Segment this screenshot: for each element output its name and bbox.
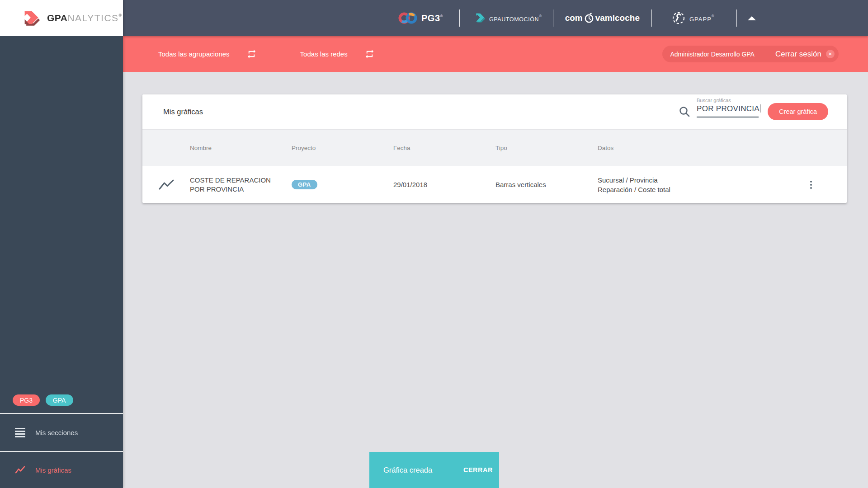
table-row[interactable]: COSTE DE REPARACION POR PROVINCIA GPA 29… bbox=[142, 166, 847, 203]
pg3-badge[interactable]: PG3 bbox=[13, 394, 40, 406]
snackbar-close-button[interactable]: CERRAR bbox=[463, 466, 493, 474]
filter-bar: Todas las agrupaciones Todas las redes A… bbox=[123, 36, 868, 72]
column-header-tipo: Tipo bbox=[495, 145, 598, 151]
snackbar: Gráfica creada CERRAR bbox=[369, 452, 499, 488]
snackbar-message: Gráfica creada bbox=[383, 466, 432, 474]
sidebar-badges: PG3 GPA bbox=[0, 394, 123, 413]
column-header-fecha: Fecha bbox=[393, 145, 495, 151]
brand-gpaapp-label: GPAPP® bbox=[689, 14, 715, 23]
row-project-cell: GPA bbox=[292, 180, 393, 189]
brand-automocion[interactable]: GPAUTOMOCIÓN® bbox=[473, 12, 542, 24]
user-name: Administrador Desarrollo GPA bbox=[670, 51, 754, 58]
brand-gpaapp[interactable]: GPAPP® bbox=[672, 11, 715, 25]
sidebar-item-charts[interactable]: Mis gráficas bbox=[0, 452, 123, 488]
topbar-divider bbox=[736, 9, 737, 27]
networks-filter[interactable]: Todas las redes bbox=[300, 50, 348, 58]
search-input[interactable]: POR PROVINCIA bbox=[697, 104, 759, 117]
project-badge: GPA bbox=[292, 180, 317, 189]
automocion-arrow-icon bbox=[473, 12, 486, 24]
topbar-divider bbox=[651, 9, 652, 27]
sidebar-item-label: Mis secciones bbox=[35, 429, 78, 436]
sidebar-bottom: PG3 GPA Mis secciones Mis gráficas bbox=[0, 394, 123, 488]
page-title: Mis gráficas bbox=[163, 108, 203, 116]
kebab-icon[interactable] bbox=[808, 179, 814, 191]
swap-icon[interactable] bbox=[246, 49, 257, 59]
create-chart-button[interactable]: Crear gráfica bbox=[768, 103, 828, 120]
row-menu-cell bbox=[775, 179, 847, 191]
menu-icon bbox=[15, 428, 25, 437]
row-data-line1: Sucursal / Provincia bbox=[598, 175, 775, 185]
brand-coche-pre: com bbox=[565, 13, 583, 23]
content-area: Mis gráficas Buscar gráficas POR PROVINC… bbox=[123, 72, 868, 488]
search-label: Buscar gráficas bbox=[697, 98, 759, 103]
brand-logos: PG3® GPAUTOMOCIÓN® com bbox=[398, 0, 756, 36]
column-header-datos: Datos bbox=[598, 145, 775, 151]
row-date: 29/01/2018 bbox=[393, 181, 495, 188]
user-session-pill: Administrador Desarrollo GPA Cerrar sesi… bbox=[662, 46, 839, 62]
logout-button[interactable]: Cerrar sesión bbox=[775, 50, 821, 59]
sidebar: GPANALYTICS® PG3 GPA Mis secciones Mis g… bbox=[0, 0, 123, 488]
topbar-divider bbox=[459, 9, 460, 27]
sidebar-item-sections[interactable]: Mis secciones bbox=[0, 414, 123, 451]
gpa-logo-icon bbox=[20, 8, 41, 28]
topbar-divider bbox=[553, 9, 553, 27]
filters: Todas las agrupaciones Todas las redes bbox=[158, 49, 375, 59]
search-box: Buscar gráficas POR PROVINCIA bbox=[697, 98, 759, 117]
pg3-infinity-icon bbox=[398, 11, 418, 25]
panel-header: Mis gráficas Buscar gráficas POR PROVINC… bbox=[142, 94, 847, 129]
main-column: PG3® GPAUTOMOCIÓN® com bbox=[123, 0, 868, 488]
sidebar-item-label: Mis gráficas bbox=[35, 466, 71, 474]
row-icon-cell bbox=[142, 179, 190, 191]
brand-pg3-label: PG3® bbox=[421, 13, 443, 23]
brand-coche-post: vamicoche bbox=[595, 13, 640, 23]
search-icon[interactable] bbox=[679, 106, 691, 120]
brand-pg3[interactable]: PG3® bbox=[398, 11, 443, 25]
column-header-proyecto: Proyecto bbox=[292, 145, 393, 151]
wrench-icon bbox=[672, 11, 685, 25]
chart-line-icon bbox=[158, 179, 175, 191]
groups-filter[interactable]: Todas las agrupaciones bbox=[158, 50, 230, 58]
chart-line-icon bbox=[15, 466, 25, 474]
text-caret bbox=[760, 104, 761, 113]
charts-panel: Mis gráficas Buscar gráficas POR PROVINC… bbox=[142, 94, 847, 203]
table-header: Nombre Proyecto Fecha Tipo Datos bbox=[142, 129, 847, 166]
swap-icon[interactable] bbox=[364, 49, 375, 59]
gpa-badge[interactable]: GPA bbox=[46, 394, 73, 406]
app-logo: GPANALYTICS® bbox=[0, 0, 123, 36]
brand-automocion-label: GPAUTOMOCIÓN® bbox=[489, 14, 542, 23]
row-name: COSTE DE REPARACION POR PROVINCIA bbox=[190, 176, 285, 193]
search-value: POR PROVINCIA bbox=[697, 104, 760, 113]
topbar: PG3® GPAUTOMOCIÓN® com bbox=[123, 0, 868, 36]
brand-comprovamicoche[interactable]: com vamicoche bbox=[565, 13, 640, 23]
clock-icon bbox=[584, 13, 594, 23]
app-logo-text: GPANALYTICS® bbox=[47, 13, 122, 23]
row-type: Barras verticales bbox=[495, 181, 598, 188]
row-data: Sucursal / Provincia Reparación / Coste … bbox=[598, 175, 775, 194]
logout-x-icon[interactable]: ✕ bbox=[826, 50, 835, 58]
collapse-icon[interactable] bbox=[748, 16, 756, 20]
row-data-line2: Reparación / Coste total bbox=[598, 185, 775, 194]
column-header-nombre: Nombre bbox=[190, 145, 292, 151]
